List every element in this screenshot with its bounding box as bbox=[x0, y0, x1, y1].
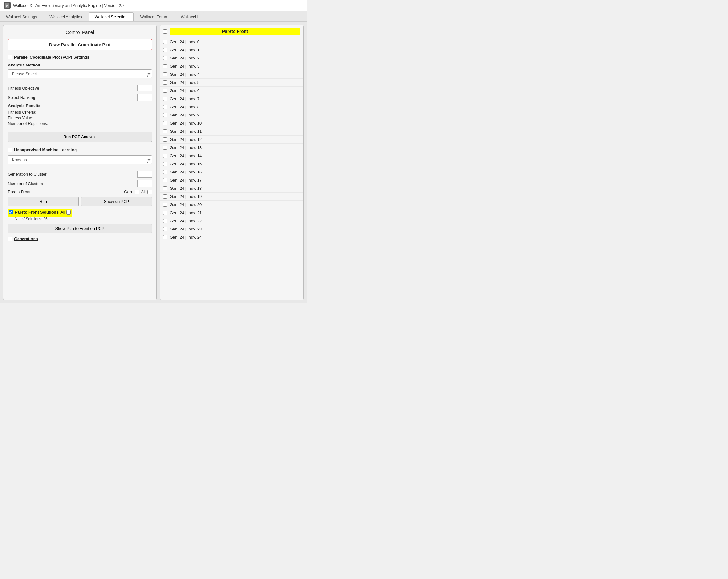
tab-settings[interactable]: Wallacei Settings bbox=[0, 12, 43, 21]
individual-label-7: Gen. 24 | Indv. 7 bbox=[170, 97, 200, 101]
list-item[interactable]: Gen. 24 | Indv. 8 bbox=[160, 103, 304, 111]
list-item[interactable]: Gen. 24 | Indv. 14 bbox=[160, 152, 304, 160]
list-item[interactable]: Gen. 24 | Indv. 7 bbox=[160, 95, 304, 103]
list-item[interactable]: Gen. 24 | Indv. 3 bbox=[160, 62, 304, 71]
all-label-gen: All bbox=[141, 189, 146, 194]
list-item[interactable]: Gen. 24 | Indv. 22 bbox=[160, 217, 304, 225]
individual-checkbox-7[interactable] bbox=[163, 97, 167, 101]
individual-checkbox-0[interactable] bbox=[163, 40, 167, 44]
pfs-label: Pareto Front Solutions bbox=[15, 210, 58, 214]
individual-checkbox-18[interactable] bbox=[163, 186, 167, 190]
pfs-row: Pareto Front Solutions All bbox=[9, 210, 71, 214]
individual-checkbox-4[interactable] bbox=[163, 72, 167, 76]
individual-checkbox-14[interactable] bbox=[163, 154, 167, 158]
list-item[interactable]: Gen. 24 | Indv. 12 bbox=[160, 136, 304, 144]
individual-checkbox-22[interactable] bbox=[163, 219, 167, 223]
fitness-objective-input[interactable] bbox=[137, 84, 152, 91]
uml-dropdown-wrapper: Kmeans DBSCAN Agglomerative bbox=[8, 155, 152, 167]
individual-checkbox-15[interactable] bbox=[163, 162, 167, 166]
individual-checkbox-2[interactable] bbox=[163, 56, 167, 60]
tab-selection[interactable]: Wallacei Selection bbox=[88, 12, 134, 21]
gen-to-cluster-input[interactable] bbox=[137, 171, 152, 178]
uml-dropdown[interactable]: Kmeans DBSCAN Agglomerative bbox=[8, 155, 152, 164]
select-ranking-input[interactable] bbox=[137, 94, 152, 101]
list-item[interactable]: Gen. 24 | Indv. 9 bbox=[160, 111, 304, 119]
list-item[interactable]: Gen. 24 | Indv. 11 bbox=[160, 128, 304, 136]
list-item[interactable]: Gen. 24 | Indv. 0 bbox=[160, 38, 304, 46]
fitness-value-line: Fitness Value: bbox=[8, 115, 152, 120]
individual-checkbox-16[interactable] bbox=[163, 170, 167, 174]
draw-pcp-button[interactable]: Draw Parallel Coordinate Plot bbox=[8, 39, 152, 50]
list-item[interactable]: Gen. 24 | Indv. 20 bbox=[160, 201, 304, 209]
individual-label-11: Gen. 24 | Indv. 11 bbox=[170, 129, 202, 134]
run-button[interactable]: Run bbox=[8, 196, 79, 206]
individual-checkbox-17[interactable] bbox=[163, 178, 167, 182]
all-checkbox-gen[interactable] bbox=[148, 190, 152, 194]
individual-label-5: Gen. 24 | Indv. 5 bbox=[170, 80, 200, 85]
individual-checkbox-6[interactable] bbox=[163, 88, 167, 93]
main-content: Control Panel Draw Parallel Coordinate P… bbox=[0, 22, 307, 304]
individual-checkbox-8[interactable] bbox=[163, 105, 167, 109]
list-item[interactable]: Gen. 24 | Indv. 10 bbox=[160, 119, 304, 128]
pfs-all-checkbox[interactable] bbox=[67, 210, 71, 214]
list-item[interactable]: Gen. 24 | Indv. 23 bbox=[160, 225, 304, 233]
individual-label-19: Gen. 24 | Indv. 19 bbox=[170, 194, 202, 199]
individual-checkbox-1[interactable] bbox=[163, 48, 167, 52]
pareto-front-header-text: Pareto Front bbox=[170, 28, 300, 35]
individual-label-16: Gen. 24 | Indv. 16 bbox=[170, 170, 202, 175]
gen-checkbox[interactable] bbox=[135, 190, 139, 194]
fitness-objective-label: Fitness Objective bbox=[8, 86, 137, 90]
num-clusters-input[interactable] bbox=[137, 180, 152, 187]
list-item[interactable]: Gen. 24 | Indv. 15 bbox=[160, 160, 304, 168]
run-pcp-button[interactable]: Run PCP Analysis bbox=[8, 132, 152, 142]
individual-checkbox-3[interactable] bbox=[163, 64, 167, 68]
generations-checkbox[interactable] bbox=[8, 237, 12, 241]
generations-section: Generations bbox=[8, 236, 152, 241]
pareto-header-checkbox[interactable] bbox=[163, 29, 167, 33]
individual-checkbox-12[interactable] bbox=[163, 137, 167, 141]
tab-analytics[interactable]: Wallacei Analytics bbox=[44, 12, 88, 21]
analysis-results-section: Analysis Results Fitness Criteria: Fitne… bbox=[8, 103, 152, 126]
individual-checkbox-5[interactable] bbox=[163, 80, 167, 84]
list-item[interactable]: Gen. 24 | Indv. 2 bbox=[160, 54, 304, 62]
generations-label: Generations bbox=[14, 236, 38, 241]
list-item[interactable]: Gen. 24 | Indv. 4 bbox=[160, 71, 304, 79]
individual-checkbox-24[interactable] bbox=[163, 235, 167, 239]
individual-checkbox-21[interactable] bbox=[163, 211, 167, 215]
list-item[interactable]: Gen. 24 | Indv. 5 bbox=[160, 79, 304, 87]
show-pareto-front-button[interactable]: Show Pareto Front on PCP bbox=[8, 223, 152, 233]
list-item[interactable]: Gen. 24 | Indv. 18 bbox=[160, 184, 304, 192]
list-item[interactable]: Gen. 24 | Indv. 19 bbox=[160, 192, 304, 201]
individual-checkbox-20[interactable] bbox=[163, 203, 167, 207]
uml-checkbox[interactable] bbox=[8, 148, 12, 152]
list-item[interactable]: Gen. 24 | Indv. 24 bbox=[160, 233, 304, 241]
individual-checkbox-11[interactable] bbox=[163, 129, 167, 133]
pfs-checkbox[interactable] bbox=[9, 210, 13, 214]
individual-checkbox-10[interactable] bbox=[163, 121, 167, 125]
analysis-method-dropdown-wrapper: Please Select Option 1 Option 2 bbox=[8, 69, 152, 81]
individual-label-10: Gen. 24 | Indv. 10 bbox=[170, 121, 202, 126]
svg-text:W: W bbox=[6, 4, 9, 7]
list-item[interactable]: Gen. 24 | Indv. 1 bbox=[160, 46, 304, 54]
gen-to-cluster-row: Generation to Cluster bbox=[8, 171, 152, 178]
list-item[interactable]: Gen. 24 | Indv. 21 bbox=[160, 209, 304, 217]
list-item[interactable]: Gen. 24 | Indv. 16 bbox=[160, 168, 304, 176]
individual-label-9: Gen. 24 | Indv. 9 bbox=[170, 113, 200, 117]
uml-header: Unsupervised Machine Learning bbox=[8, 148, 152, 152]
individual-checkbox-19[interactable] bbox=[163, 194, 167, 199]
right-panel: Pareto Front Gen. 24 | Indv. 0Gen. 24 | … bbox=[160, 25, 304, 300]
individual-checkbox-23[interactable] bbox=[163, 227, 167, 231]
list-item[interactable]: Gen. 24 | Indv. 13 bbox=[160, 144, 304, 152]
list-item[interactable]: Gen. 24 | Indv. 17 bbox=[160, 176, 304, 184]
individual-list: Gen. 24 | Indv. 0Gen. 24 | Indv. 1Gen. 2… bbox=[160, 38, 304, 300]
pcp-settings-checkbox[interactable] bbox=[8, 55, 12, 59]
individual-checkbox-13[interactable] bbox=[163, 146, 167, 150]
tab-info[interactable]: Wallacei I bbox=[175, 12, 204, 21]
show-on-pcp-button[interactable]: Show on PCP bbox=[81, 196, 152, 206]
analysis-method-dropdown[interactable]: Please Select Option 1 Option 2 bbox=[8, 69, 152, 78]
tab-forum[interactable]: Wallacei Forum bbox=[134, 12, 175, 21]
panel-title: Control Panel bbox=[8, 29, 152, 35]
list-item[interactable]: Gen. 24 | Indv. 6 bbox=[160, 87, 304, 95]
individual-checkbox-9[interactable] bbox=[163, 113, 167, 117]
gen-label: Gen. bbox=[124, 189, 133, 194]
